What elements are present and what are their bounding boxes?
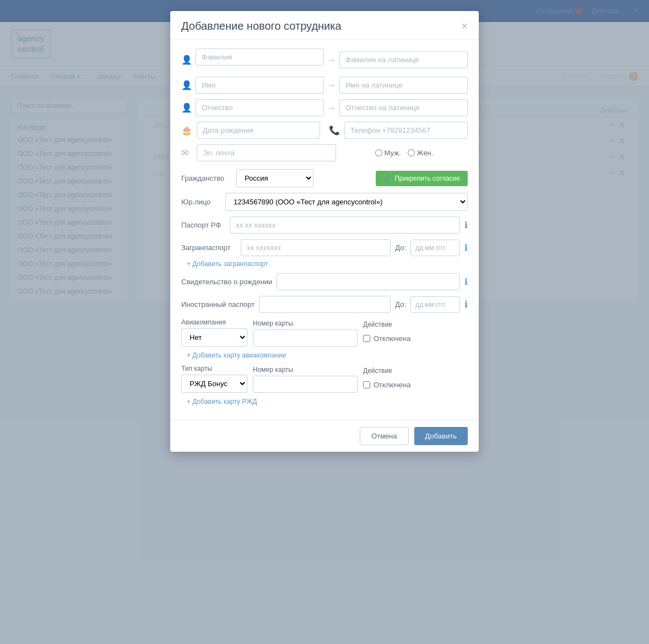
foreign-passport2-input[interactable]	[259, 296, 391, 313]
gender-male-radio[interactable]	[375, 149, 382, 156]
first-name-row: 👤 →	[181, 77, 468, 94]
rzd-action-col: Действие Отключена	[363, 367, 410, 393]
add-employee-modal: Добавление нового сотрудника × 👤 → 👤 → 👤	[170, 11, 479, 452]
foreign-passport2-info-icon[interactable]: ℹ	[464, 299, 468, 310]
card-number-col: Номер карты	[253, 320, 358, 347]
rzd-action-label: Действие	[363, 367, 410, 375]
modal-close-button[interactable]: ×	[461, 20, 468, 33]
patronymic-row: 👤 →	[181, 99, 468, 116]
gender-male-option[interactable]: Муж.	[375, 149, 401, 157]
birth-date-input[interactable]	[197, 122, 320, 139]
patronymic-input[interactable]	[196, 99, 324, 116]
attach-consent-button[interactable]: 📎 Прикрепить согласие	[376, 171, 468, 186]
email-input[interactable]	[197, 144, 336, 161]
airline-disabled-label: Отключена	[374, 334, 410, 343]
rzd-type-col: Тип карты РЖД Бонус	[181, 365, 247, 393]
gender-group: Муж. Жен.	[340, 149, 468, 157]
legal-entity-label: Юр.лицо	[181, 198, 220, 206]
gender-female-option[interactable]: Жен.	[408, 149, 434, 157]
foreign-passport-row: Загранпаспорт До: ℹ	[181, 239, 468, 256]
citizenship-select[interactable]: Россия	[236, 169, 313, 187]
until-label: До:	[395, 243, 406, 252]
birth-cert-label: Свидетельство о рождении	[181, 278, 272, 286]
add-foreign-passport-link[interactable]: + Добавить загранпаспорт	[187, 260, 268, 268]
last-name-input[interactable]	[196, 48, 324, 66]
airline-col: Авиакомпания Нет	[181, 318, 247, 347]
email-gender-row: ✉ Муж. Жен.	[181, 144, 468, 161]
foreign-passport-info-icon[interactable]: ℹ	[464, 242, 468, 253]
airline-disabled-checkbox[interactable]	[363, 335, 370, 342]
birth-cert-info-icon[interactable]: ℹ	[464, 277, 468, 287]
rzd-type-select[interactable]: РЖД Бонус	[181, 375, 247, 393]
airline-action-col: Действие Отключена	[363, 321, 410, 347]
rzd-type-label: Тип карты	[181, 365, 247, 372]
passport-info-icon[interactable]: ℹ	[464, 220, 468, 230]
airline-row: Авиакомпания Нет Номер карты Действие От…	[181, 318, 468, 347]
passport-rf-row: Паспорт РФ ℹ	[181, 217, 468, 234]
birth-cert-row: Свидетельство о рождении ℹ	[181, 273, 468, 290]
rzd-disabled-label: Отключена	[374, 381, 410, 389]
rzd-card-label: Номер карты	[253, 366, 358, 374]
add-airline-card-row: + Добавить карту авиакомпании	[181, 351, 468, 365]
paperclip-icon: 📎	[383, 175, 392, 182]
last-name-latin-input[interactable]	[339, 51, 468, 68]
arrow-right-icon: →	[327, 55, 336, 65]
phone-input[interactable]	[344, 122, 468, 139]
add-rzd-row: + Добавить карту РЖД	[181, 397, 468, 411]
arrow-right-icon-3: →	[327, 103, 336, 113]
modal-footer: Отмена Добавить	[170, 420, 479, 452]
add-rzd-link[interactable]: + Добавить карту РЖД	[187, 398, 257, 405]
rzd-row: Тип карты РЖД Бонус Номер карты Действие…	[181, 365, 468, 393]
person-icon-3: 👤	[181, 102, 192, 113]
airline-select[interactable]: Нет	[181, 328, 247, 347]
modal-body: 👤 → 👤 → 👤 → 🎂	[170, 40, 479, 420]
foreign-passport-label: Загранпаспорт	[181, 243, 236, 252]
modal-header: Добавление нового сотрудника ×	[170, 11, 479, 40]
airline-disabled-row: Отключена	[363, 331, 410, 347]
airline-action-label: Действие	[363, 321, 410, 328]
birth-cert-input[interactable]	[277, 273, 460, 290]
citizenship-row: Гражданство Россия 📎 Прикрепить согласие	[181, 169, 468, 187]
calendar-icon: 🎂	[181, 125, 192, 136]
add-airline-card-link[interactable]: + Добавить карту авиакомпании	[187, 351, 286, 359]
foreign-passport2-row: Иностранный паспорт До: ℹ	[181, 296, 468, 313]
birth-phone-row: 🎂 📞	[181, 122, 468, 139]
modal-overlay: Добавление нового сотрудника × 👤 → 👤 → 👤	[0, 0, 649, 644]
airline-card-input[interactable]	[253, 329, 358, 347]
cancel-button[interactable]: Отмена	[360, 427, 409, 445]
first-name-latin-input[interactable]	[339, 77, 468, 94]
passport-rf-input[interactable]	[230, 217, 460, 234]
foreign-passport2-until-input[interactable]	[410, 296, 460, 313]
foreign-passport2-label: Иностранный паспорт	[181, 300, 255, 309]
legal-entity-row: Юр.лицо 1234567890 (ООО «Тест для agency…	[181, 193, 468, 211]
rzd-card-col: Номер карты	[253, 366, 358, 393]
email-icon: ✉	[181, 148, 192, 158]
person-icon: 👤	[181, 55, 192, 65]
add-foreign-passport-row: + Добавить загранпаспорт	[181, 259, 468, 273]
foreign-passport-input[interactable]	[241, 239, 391, 256]
modal-title: Добавление нового сотрудника	[181, 20, 342, 33]
arrow-right-icon-2: →	[327, 80, 336, 90]
rzd-disabled-row: Отключена	[363, 377, 410, 393]
foreign-passport-until-input[interactable]	[410, 240, 460, 256]
patronymic-latin-input[interactable]	[339, 99, 468, 116]
gender-female-label: Жен.	[417, 149, 434, 157]
card-number-label: Номер карты	[253, 320, 358, 327]
last-name-row: 👤 →	[181, 48, 468, 71]
first-name-input[interactable]	[196, 77, 324, 94]
legal-entity-select[interactable]: 1234567890 (ООО «Тест для agencycontrol»…	[225, 193, 468, 211]
gender-female-radio[interactable]	[408, 149, 415, 156]
rzd-disabled-checkbox[interactable]	[363, 381, 370, 388]
citizenship-label: Гражданство	[181, 174, 231, 182]
gender-male-label: Муж.	[385, 149, 401, 157]
until-label-2: До:	[395, 300, 406, 309]
airline-label: Авиакомпания	[181, 318, 247, 326]
rzd-card-input[interactable]	[253, 376, 358, 393]
add-button[interactable]: Добавить	[414, 427, 468, 445]
person-icon-2: 👤	[181, 80, 192, 90]
passport-rf-label: Паспорт РФ	[181, 221, 225, 229]
phone-icon: 📞	[329, 125, 340, 136]
